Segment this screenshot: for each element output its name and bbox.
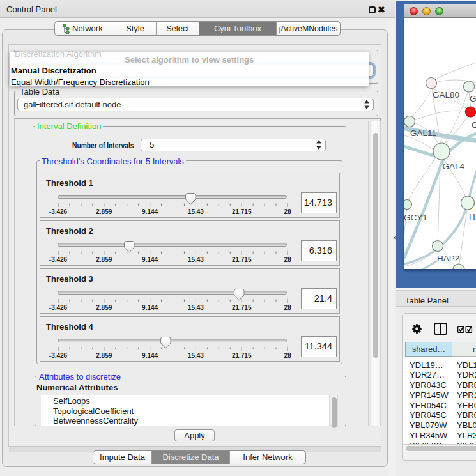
svg-text:GAL4: GAL4 xyxy=(443,162,465,171)
svg-text:H: H xyxy=(469,212,475,222)
svg-text:HAP2: HAP2 xyxy=(437,254,459,263)
svg-text:GCY1: GCY1 xyxy=(404,213,427,222)
svg-text:C: C xyxy=(472,120,476,130)
svg-text:GA: GA xyxy=(470,94,476,104)
svg-text:GAL80: GAL80 xyxy=(433,90,459,100)
svg-text:GAL11: GAL11 xyxy=(410,128,436,138)
